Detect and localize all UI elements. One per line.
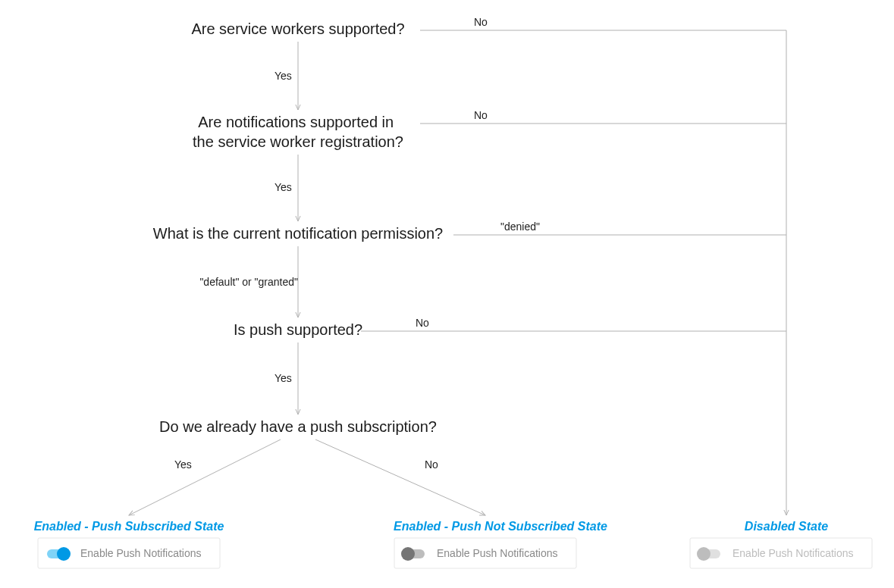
node-q4: Is push supported? xyxy=(234,321,362,338)
svg-point-2 xyxy=(57,547,71,561)
svg-point-8 xyxy=(697,547,710,561)
node-q5: Do we already have a push subscription? xyxy=(159,418,437,435)
state-subscribed-label: Enabled - Push Subscribed State xyxy=(34,520,224,533)
edge-q3-default-label: "default" or "granted" xyxy=(199,276,298,288)
edge-q4-no-label: No xyxy=(416,317,429,329)
edge-q5-no-label: No xyxy=(425,458,438,471)
node-q2: Are notifications supported in the servi… xyxy=(193,114,403,150)
edge-q1-yes-label: Yes xyxy=(274,70,292,82)
edge-q5-yes-label: Yes xyxy=(174,458,192,471)
toggle-label-not-subscribed: Enable Push Notifications xyxy=(437,547,558,559)
flowchart: Are service workers supported? Are notif… xyxy=(0,0,894,588)
edge-q2-no-label: No xyxy=(474,109,488,121)
toggle-label-disabled: Enable Push Notifications xyxy=(732,547,854,559)
toggle-card-disabled: Enable Push Notifications xyxy=(690,538,872,568)
edge-q2-yes-label: Yes xyxy=(274,181,292,193)
edge-q3-denied-label: "denied" xyxy=(500,220,540,233)
edge-q5-yes xyxy=(129,439,281,515)
edge-q5-no xyxy=(315,439,485,515)
toggle-card-not-subscribed: Enable Push Notifications xyxy=(394,538,576,568)
edge-q4-yes-label: Yes xyxy=(274,372,292,384)
state-not-subscribed-label: Enabled - Push Not Subscribed State xyxy=(394,520,607,533)
toggle-label-subscribed: Enable Push Notifications xyxy=(80,547,202,559)
toggle-card-subscribed: Enable Push Notifications xyxy=(38,538,220,568)
state-disabled-label: Disabled State xyxy=(745,520,828,533)
node-q1: Are service workers supported? xyxy=(191,20,404,37)
svg-point-5 xyxy=(401,547,415,561)
edge-q1-no-label: No xyxy=(474,16,488,28)
node-q3: What is the current notification permiss… xyxy=(153,225,443,242)
